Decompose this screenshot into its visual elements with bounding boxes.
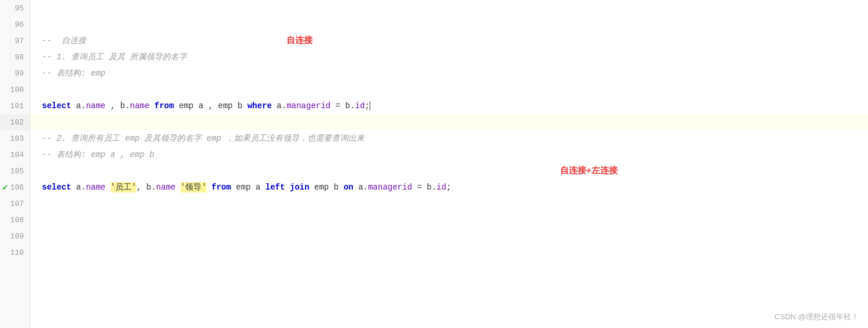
code-line-103: -- 2. 查询所有员工 emp 及其领导的名字 emp ，如果员工没有领导，也… [30, 130, 868, 147]
annotation-self-join-left: 自连接+左连接 [560, 165, 618, 176]
field-name4: name [156, 183, 176, 192]
kw-join: join [290, 183, 310, 192]
field-name1: name [86, 101, 106, 110]
comment-query1: -- 1. 查询员工 及其 所属领导的名字 [42, 52, 187, 62]
code-line-102 [30, 114, 868, 130]
field-managerid2: managerid [368, 183, 412, 192]
line-103: 103 [0, 130, 30, 147]
line-109: 109 [0, 228, 30, 244]
code-line-95 [30, 0, 868, 16]
kw-where1: where [247, 101, 272, 110]
kw-on: on [343, 183, 353, 192]
cursor [370, 101, 370, 110]
code-line-104: -- 表结构: emp a , emp b [30, 147, 868, 163]
code-line-96 [30, 16, 868, 33]
editor-container: 95 96 97 98 99 100 101 102 103 104 105 ✔… [0, 0, 868, 328]
field-managerid1: managerid [286, 101, 331, 110]
code-line-108 [30, 212, 868, 228]
comment-table-struct1: -- 表结构: emp [42, 68, 105, 79]
kw-select2: select [42, 183, 71, 192]
field-id2: id [437, 183, 447, 192]
kw-from1: from [154, 101, 174, 110]
line-106: ✔ 106 [0, 179, 30, 195]
line-110: 110 [0, 244, 30, 261]
field-id1: id [355, 101, 365, 110]
code-line-97: -- 自连接 自连接 [30, 33, 868, 49]
code-line-105: 自连接+左连接 [30, 163, 868, 179]
str-employee: '员工' [111, 182, 137, 192]
kw-from2: from [211, 183, 231, 192]
code-line-107 [30, 195, 868, 212]
code-line-98: -- 1. 查询员工 及其 所属领导的名字 [30, 49, 868, 65]
line-numbers: 95 96 97 98 99 100 101 102 103 104 105 ✔… [0, 0, 30, 328]
line-95: 95 [0, 0, 30, 16]
line-102: 102 [0, 114, 30, 130]
watermark: CSDN @理想还很年轻！ [774, 312, 859, 322]
code-line-106: select a.name '员工' , b.name '领导' from em… [30, 179, 868, 195]
kw-select1: select [42, 101, 71, 110]
str-leader: '领导' [180, 182, 207, 192]
code-area[interactable]: -- 自连接 自连接 -- 1. 查询员工 及其 所属领导的名字 -- 表结构:… [30, 0, 868, 328]
comment-query2: -- 2. 查询所有员工 emp 及其领导的名字 emp ，如果员工没有领导，也… [42, 133, 364, 144]
line-108: 108 [0, 212, 30, 228]
line-105: 105 [0, 163, 30, 179]
code-line-109 [30, 228, 868, 244]
field-name3: name [86, 183, 106, 192]
annotation-self-join: 自连接 [286, 35, 313, 46]
line-97: 97 [0, 33, 30, 49]
kw-left: left [265, 183, 285, 192]
code-line-99: -- 表结构: emp [30, 65, 868, 81]
field-name2: name [130, 101, 150, 110]
line-104: 104 [0, 147, 30, 163]
line-107: 107 [0, 195, 30, 212]
line-96: 96 [0, 16, 30, 33]
code-line-110 [30, 244, 868, 261]
line-100: 100 [0, 81, 30, 98]
line-99: 99 [0, 65, 30, 81]
code-line-101: select a.name , b.name from emp a , emp … [30, 98, 868, 114]
code-line-100 [30, 81, 868, 98]
line-98: 98 [0, 49, 30, 65]
comment-self-join: -- 自连接 [42, 35, 86, 46]
check-icon: ✔ [2, 181, 8, 193]
line-101: 101 [0, 98, 30, 114]
